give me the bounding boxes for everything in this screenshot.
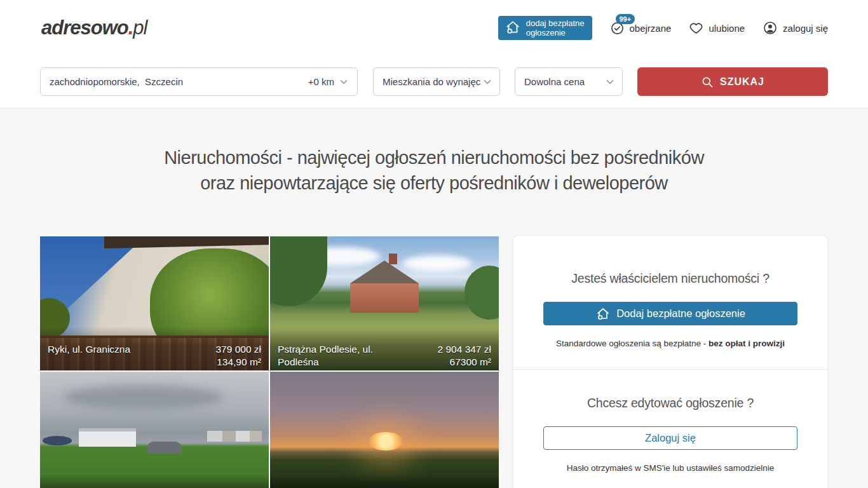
viewed-count-badge: 99+ (616, 14, 635, 24)
login-button-label: Zaloguj się (645, 432, 696, 444)
page-title: Nieruchomości - najwięcej ogłoszeń nieru… (0, 145, 868, 196)
listing-area: 67300 m² (438, 356, 491, 369)
listing-area: 134,90 m² (215, 356, 261, 369)
location-field: +0 km (40, 67, 358, 96)
radius-select[interactable]: +0 km (308, 76, 349, 88)
photo-tree-shape (270, 236, 327, 306)
nav-item-favorites[interactable]: ulubione (689, 21, 745, 36)
listing-price: 379 000 zł (215, 343, 261, 356)
add-free-listing-button[interactable]: Dodaj bezpłatne ogłoszenie (543, 302, 797, 325)
listing-caption: Warszawa Białołęka, ul. 735 000 zł (270, 475, 499, 488)
login-button[interactable]: Zaloguj się (543, 426, 797, 450)
photo-cabin-shape (79, 428, 136, 447)
viewed-label: obejrzane (630, 23, 672, 34)
header: adresowo.pl dodaj bezpłatne ogłoszenie (0, 0, 868, 56)
location-input[interactable] (50, 76, 308, 87)
add-listing-button[interactable]: dodaj bezpłatne ogłoszenie (498, 16, 592, 40)
house-plus-icon (595, 306, 611, 322)
listing-address: Ryki, ul. Graniczna (48, 343, 130, 356)
logo[interactable]: adresowo.pl (41, 17, 147, 39)
property-type-value: Mieszkania do wynajęc (383, 76, 480, 87)
property-type-select[interactable]: Mieszkania do wynajęc (373, 67, 500, 96)
listing-card[interactable]: Kliniska Wielkie 360 000 zł (40, 372, 269, 488)
nav-item-login[interactable]: zaloguj się (763, 20, 828, 36)
logo-name: adresowo (41, 17, 128, 39)
listing-card[interactable]: Pstrążna Podlesie, ul. Podleśna 2 904 34… (270, 236, 499, 370)
photo-tree-shape (465, 266, 499, 319)
listing-card[interactable]: Warszawa Białołęka, ul. 735 000 zł (270, 372, 499, 488)
search-submit-label: SZUKAJ (720, 76, 764, 88)
edit-question: Chcesz edytować ogłoszenie ? (513, 396, 827, 410)
radius-value: +0 km (308, 76, 334, 87)
photo-roof-shape (104, 236, 269, 248)
price-select[interactable]: Dowolna cena (515, 67, 623, 96)
photo-trampoline-shape (43, 436, 72, 445)
listing-price-area: 379 000 zł 134,90 m² (215, 343, 261, 369)
listing-price: 2 904 347 zł (438, 343, 491, 356)
price-value: Dowolna cena (524, 76, 585, 87)
header-nav: dodaj bezpłatne ogłoszenie 99+ obejrzane… (498, 0, 828, 56)
favorites-label: ulubione (709, 23, 745, 34)
house-plus-icon (505, 19, 521, 37)
photo-roof-shape (350, 261, 419, 283)
search-submit-button[interactable]: SZUKAJ (637, 67, 828, 96)
logo-tld: pl (133, 17, 147, 39)
panel-divider (513, 369, 827, 370)
photo-house-shape (350, 283, 419, 313)
listing-caption: Ryki, ul. Graniczna 379 000 zł 134,90 m² (40, 327, 269, 370)
owner-question: Jesteś właścicielem nieruchomości ? (513, 271, 827, 286)
heart-icon (689, 21, 703, 36)
person-circle-icon (763, 20, 778, 36)
listing-caption: Pstrążna Podlesie, ul. Podleśna 2 904 34… (270, 327, 499, 370)
listing-address: Pstrążna Podlesie, ul. Podleśna (278, 343, 373, 369)
listing-caption: Kliniska Wielkie 360 000 zł (40, 475, 269, 488)
photo-car-shape (147, 442, 182, 454)
listing-card[interactable]: Ryki, ul. Graniczna 379 000 zł 134,90 m² (40, 236, 269, 370)
add-free-listing-label: Dodaj bezpłatne ogłoszenie (616, 308, 745, 320)
photo-houses-shape (207, 431, 262, 442)
listing-price-area: 2 904 347 zł 67300 m² (438, 343, 491, 369)
search-bar: +0 km Mieszkania do wynajęc Dowolna cena… (40, 67, 828, 96)
edit-note: Hasło otrzymałeś w SMS'ie lub ustawiłeś … (513, 463, 827, 473)
viewed-icon-wrap: 99+ (610, 21, 625, 36)
owner-note: Standardowe ogłoszenia są bezpłatne - be… (513, 339, 827, 348)
chevron-down-icon (338, 76, 349, 88)
photo-sun-shape (369, 432, 403, 451)
search-icon (701, 76, 714, 88)
add-listing-label: dodaj bezpłatne ogłoszenie (526, 18, 585, 37)
photo-cloud-shape (63, 385, 223, 409)
chevron-down-icon (604, 76, 616, 88)
nav-item-viewed[interactable]: 99+ obejrzane (610, 21, 672, 36)
chevron-down-icon (482, 76, 493, 88)
listing-grid: Ryki, ul. Graniczna 379 000 zł 134,90 m²… (40, 236, 499, 488)
owner-panel: Jesteś właścicielem nieruchomości ? Doda… (513, 235, 828, 488)
login-label: zaloguj się (783, 23, 828, 34)
